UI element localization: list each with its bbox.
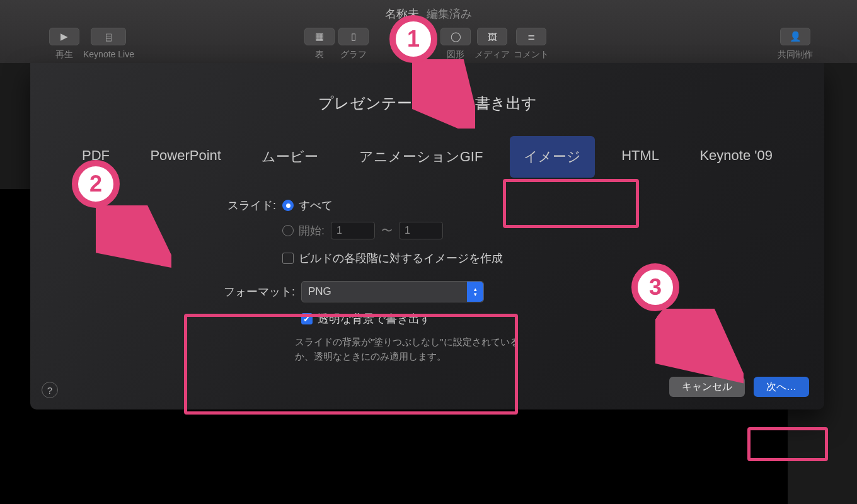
radio-range-label: 開始: bbox=[299, 223, 325, 238]
annotation-3-arrow bbox=[655, 309, 744, 384]
play-label: 再生 bbox=[55, 49, 73, 60]
keynote-live-button[interactable]: ⌸ bbox=[91, 28, 126, 45]
annotation-1-arrow bbox=[412, 59, 475, 129]
annotation-2-circle: 2 bbox=[72, 160, 120, 208]
format-value: PNG bbox=[308, 285, 331, 298]
checkbox-build-stages-label: ビルドの各段階に対するイメージを作成 bbox=[299, 251, 503, 266]
tab-powerpoint[interactable]: PowerPoint bbox=[136, 136, 235, 178]
play-icon: ▶ bbox=[60, 31, 68, 42]
annotation-2-box bbox=[184, 314, 518, 415]
media-button[interactable]: 🖼 bbox=[477, 28, 507, 45]
slides-label: スライド: bbox=[213, 198, 276, 213]
svg-line-0 bbox=[418, 63, 461, 113]
annotation-1-box bbox=[503, 179, 639, 228]
media-label: メディア bbox=[475, 49, 510, 60]
annotation-1-number: 1 bbox=[407, 26, 420, 52]
media-icon: 🖼 bbox=[488, 32, 497, 42]
format-tabs: PDF PowerPoint ムービー アニメーションGIF イメージ HTML… bbox=[68, 136, 786, 178]
annotation-1-circle: 1 bbox=[389, 15, 437, 63]
help-button[interactable]: ? bbox=[42, 382, 58, 398]
annotation-3-number: 3 bbox=[649, 274, 662, 301]
range-tilde: 〜 bbox=[381, 223, 393, 238]
svg-line-1 bbox=[101, 209, 151, 248]
annotation-3-circle: 3 bbox=[631, 263, 679, 311]
comment-icon: ≣ bbox=[527, 31, 536, 42]
chart-icon: ▯ bbox=[351, 31, 356, 42]
next-button[interactable]: 次へ… bbox=[754, 377, 809, 397]
annotation-3-box bbox=[747, 427, 828, 461]
svg-line-2 bbox=[660, 312, 722, 363]
tab-animated-gif[interactable]: アニメーションGIF bbox=[345, 136, 497, 178]
shape-button[interactable]: ◯ bbox=[440, 28, 471, 45]
window-title: 名称未 編集済み bbox=[0, 6, 857, 21]
radio-all[interactable] bbox=[282, 200, 294, 211]
range-to-input[interactable]: 1 bbox=[399, 222, 443, 239]
format-label: フォーマット: bbox=[213, 284, 295, 299]
edited-indicator: 編集済み bbox=[423, 8, 472, 20]
slide-sample-text: 日に文字 bbox=[0, 494, 134, 504]
screen-icon: ⌸ bbox=[106, 32, 112, 42]
tab-movie[interactable]: ムービー bbox=[248, 136, 332, 178]
checkbox-build-stages[interactable] bbox=[282, 253, 294, 264]
tab-keynote09[interactable]: Keynote '09 bbox=[686, 136, 786, 178]
radio-all-label: すべて bbox=[299, 198, 333, 213]
comment-button[interactable]: ≣ bbox=[516, 28, 546, 45]
format-select[interactable]: PNG bbox=[301, 281, 484, 302]
table-icon: ▦ bbox=[315, 31, 324, 42]
tab-image[interactable]: イメージ bbox=[510, 136, 595, 178]
chart-label: グラフ bbox=[340, 49, 367, 60]
collaborate-label: 共同制作 bbox=[778, 49, 813, 60]
chart-button[interactable]: ▯ bbox=[338, 28, 369, 45]
collaborate-icon: 👤 bbox=[790, 31, 802, 42]
shape-icon: ◯ bbox=[451, 31, 461, 42]
tab-html[interactable]: HTML bbox=[607, 136, 673, 178]
stepper-icon bbox=[467, 282, 483, 302]
keynote-live-label: Keynote Live bbox=[83, 49, 134, 59]
play-button[interactable]: ▶ bbox=[49, 28, 79, 45]
annotation-2-number: 2 bbox=[89, 171, 102, 197]
table-label: 表 bbox=[315, 49, 324, 60]
annotation-2-arrow bbox=[96, 205, 171, 268]
collaborate-button[interactable]: 👤 bbox=[780, 28, 810, 45]
table-button[interactable]: ▦ bbox=[304, 28, 335, 45]
radio-range[interactable] bbox=[282, 225, 294, 236]
comment-label: コメント bbox=[514, 49, 549, 60]
range-from-input[interactable]: 1 bbox=[331, 222, 375, 239]
